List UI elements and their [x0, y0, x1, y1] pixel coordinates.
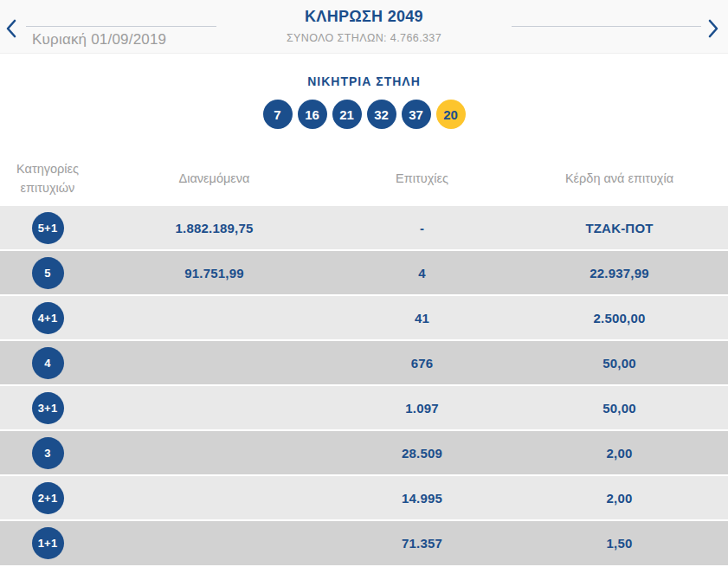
total-columns-value: 4.766.337	[390, 32, 441, 44]
table-row: 2+1 14.995 2,00	[0, 476, 728, 519]
winners-cell: 676	[333, 356, 511, 370]
winners-cell: 71.357	[333, 536, 511, 551]
winning-number-ball: 32	[367, 100, 396, 129]
winners-cell: -	[333, 221, 511, 235]
table-row: 3+1 1.097 50,00	[0, 386, 728, 429]
draw-title: ΚΛΗΡΩΣΗ 2049	[216, 8, 512, 26]
prize-cell: 50,00	[511, 401, 728, 416]
joker-draw-results-page: Κυριακή 01/09/2019 ΚΛΗΡΩΣΗ 2049 ΣΥΝΟΛΟ Σ…	[0, 0, 728, 567]
category-badge: 3	[32, 437, 64, 469]
category-badge: 2+1	[32, 482, 64, 514]
winners-cell: 14.995	[333, 491, 511, 506]
draw-navigator: Κυριακή 01/09/2019 ΚΛΗΡΩΣΗ 2049 ΣΥΝΟΛΟ Σ…	[0, 0, 728, 54]
category-badge: 4	[32, 347, 64, 379]
winners-cell: 4	[333, 266, 511, 280]
prize-cell: 2,00	[511, 491, 728, 506]
divider-line-left	[26, 26, 216, 27]
column-header-winners: Επιτυχίες	[333, 170, 511, 188]
table-row: 4 676 50,00	[0, 341, 728, 384]
winning-number-ball: 21	[332, 100, 362, 129]
winning-number-ball: 37	[402, 100, 431, 129]
table-row: 5+1 1.882.189,75 - ΤΖΑΚ-ΠΟΤ	[0, 206, 728, 249]
winning-numbers: 7 16 21 32 37 20	[0, 100, 728, 129]
distributed-cell: 91.751,99	[95, 266, 333, 280]
column-header-distributed: Διανεμόμενα	[95, 170, 333, 188]
category-badge: 1+1	[32, 527, 64, 559]
draw-date: Κυριακή 01/09/2019	[32, 31, 166, 48]
category-badge: 3+1	[32, 392, 64, 424]
prize-cell: 2,00	[511, 446, 728, 461]
winning-column-section: ΝΙΚΗΤΡΙΑ ΣΤΗΛΗ 7 16 21 32 37 20	[0, 54, 728, 151]
prize-cell: ΤΖΑΚ-ΠΟΤ	[511, 221, 728, 235]
distributed-cell: 1.882.189,75	[95, 221, 333, 235]
next-draw-button[interactable]	[704, 17, 723, 40]
prize-cell: 22.937,99	[511, 266, 728, 280]
divider-line-right	[512, 26, 701, 27]
winners-cell: 41	[333, 311, 511, 325]
results-table: Κατηγορίες επιτυχιών Διανεμόμενα Επιτυχί…	[0, 151, 728, 565]
winning-column-title: ΝΙΚΗΤΡΙΑ ΣΤΗΛΗ	[0, 54, 728, 88]
table-row: 5 91.751,99 4 22.937,99	[0, 251, 728, 294]
category-badge: 5	[32, 257, 64, 289]
prize-cell: 50,00	[511, 356, 728, 370]
table-row: 3 28.509 2,00	[0, 431, 728, 474]
column-header-categories: Κατηγορίες επιτυχιών	[0, 160, 95, 197]
prize-cell: 2.500,00	[511, 311, 728, 325]
winners-cell: 28.509	[333, 446, 511, 461]
table-row: 1+1 71.357 1,50	[0, 521, 728, 565]
total-columns: ΣΥΝΟΛΟ ΣΤΗΛΩΝ: 4.766.337	[216, 32, 512, 44]
winners-cell: 1.097	[333, 401, 511, 416]
winning-number-ball: 16	[298, 100, 327, 129]
previous-draw-button[interactable]	[2, 17, 21, 40]
chevron-right-icon	[707, 18, 719, 39]
column-header-prize: Κέρδη ανά επιτυχία	[511, 170, 728, 188]
joker-number-ball: 20	[436, 100, 466, 129]
chevron-left-icon	[5, 18, 17, 39]
winning-number-ball: 7	[263, 100, 293, 129]
total-columns-label: ΣΥΝΟΛΟ ΣΤΗΛΩΝ:	[287, 32, 387, 44]
draw-title-block: ΚΛΗΡΩΣΗ 2049 ΣΥΝΟΛΟ ΣΤΗΛΩΝ: 4.766.337	[216, 8, 512, 44]
prize-cell: 1,50	[511, 536, 728, 551]
table-row: 4+1 41 2.500,00	[0, 296, 728, 339]
category-badge: 4+1	[32, 302, 64, 334]
category-badge: 5+1	[32, 212, 64, 244]
results-table-header: Κατηγορίες επιτυχιών Διανεμόμενα Επιτυχί…	[0, 151, 728, 206]
